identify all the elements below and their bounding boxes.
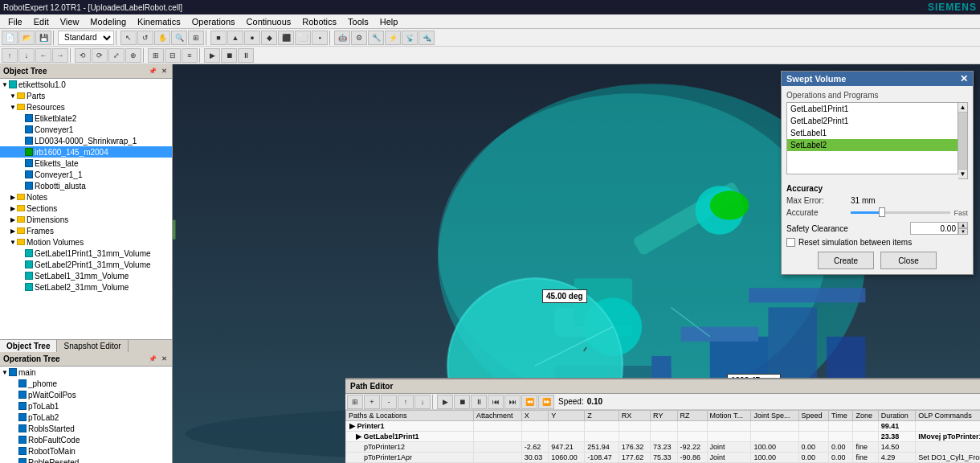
menu-tools[interactable]: Tools bbox=[343, 16, 374, 27]
tb-btn4[interactable]: ◆ bbox=[261, 31, 277, 45]
close-panel-icon[interactable]: ✕ bbox=[160, 67, 169, 76]
sv-close-btn[interactable]: Close bbox=[880, 252, 937, 269]
tb-new[interactable]: 📄 bbox=[2, 31, 18, 45]
operation-tree-content[interactable]: ▼ main _phome pWaitCoilPos pToLab1 bbox=[0, 367, 172, 463]
menu-modeling[interactable]: Modeling bbox=[85, 16, 131, 27]
tb2-btn4[interactable]: → bbox=[52, 48, 68, 63]
menu-file[interactable]: File bbox=[3, 16, 27, 27]
sv-spin-up[interactable]: ▲ bbox=[958, 222, 968, 228]
sv-spin-down[interactable]: ▼ bbox=[958, 228, 968, 235]
expand-icon-resources[interactable]: ▼ bbox=[10, 104, 16, 110]
tree-item-root[interactable]: ▼ etikettsolu1.0 bbox=[0, 79, 172, 90]
tree-item-dims[interactable]: ▶ Dimensions bbox=[0, 214, 172, 225]
menu-view[interactable]: View bbox=[55, 16, 84, 27]
path-editor-table-wrapper[interactable]: Paths & Locations Attachment X Y Z RX RY… bbox=[345, 410, 980, 463]
expand-mv1[interactable] bbox=[18, 250, 24, 256]
tb-open[interactable]: 📂 bbox=[18, 31, 35, 45]
expand-mv3[interactable] bbox=[18, 272, 24, 279]
op-item-phome[interactable]: _phome bbox=[0, 378, 172, 389]
tab-object-tree[interactable]: Object Tree bbox=[0, 340, 57, 352]
expand-icon-sections[interactable]: ▶ bbox=[10, 205, 16, 211]
tb2-btn6[interactable]: ⟳ bbox=[92, 48, 108, 63]
table-row-papr[interactable]: pToPrinter1Apr 30.03 1060.00 -108.47 177… bbox=[346, 453, 981, 463]
sv-accuracy-slider[interactable] bbox=[851, 211, 950, 214]
tb-btn7[interactable]: ▪ bbox=[312, 31, 328, 45]
sv-create-button[interactable]: Create bbox=[818, 252, 874, 269]
tb2-btn10[interactable]: ⊟ bbox=[165, 48, 181, 63]
op-close-icon[interactable]: ✕ bbox=[160, 354, 169, 363]
tb-robot6[interactable]: 🔩 bbox=[419, 31, 435, 45]
op-item-pwait[interactable]: pWaitCoilPos bbox=[0, 389, 172, 400]
table-row-p12[interactable]: pToPrinter12 -2.62 947.21 251.94 176.32 … bbox=[346, 442, 981, 453]
object-tree-content[interactable]: ▼ etikettsolu1.0 ▼ Parts ▼ Resources Eti… bbox=[0, 79, 172, 339]
tb2-btn1[interactable]: ↑ bbox=[2, 48, 18, 63]
expand-icon-parts[interactable]: ▼ bbox=[10, 92, 16, 99]
pe-tb4[interactable]: ↑ bbox=[398, 395, 414, 409]
tb-btn3[interactable]: ● bbox=[244, 31, 260, 45]
tb2-btn7[interactable]: ⤢ bbox=[108, 48, 125, 63]
op-item-lab2[interactable]: pToLab2 bbox=[0, 412, 172, 423]
expand-icon[interactable]: ▼ bbox=[2, 81, 8, 88]
pe-play[interactable]: ▶ bbox=[437, 395, 453, 409]
sv-title-bar[interactable]: Swept Volume ✕ bbox=[782, 72, 973, 86]
op-item-fault[interactable]: RobFaultCode bbox=[0, 434, 172, 445]
expand-icon-notes[interactable]: ▶ bbox=[10, 194, 16, 200]
op-item-main[interactable]: ▼ main bbox=[0, 367, 172, 378]
op-item-tomain[interactable]: RobotToMain bbox=[0, 445, 172, 457]
sv-item-3[interactable]: SetLabel2 bbox=[787, 139, 958, 151]
expand-icon-robotti[interactable] bbox=[18, 182, 24, 189]
menu-continuous[interactable]: Continuous bbox=[242, 16, 296, 27]
pe-stepback[interactable]: ⏪ bbox=[521, 395, 537, 409]
tb-standard-dropdown[interactable]: Standard bbox=[58, 31, 114, 45]
pe-tb2[interactable]: + bbox=[364, 395, 380, 409]
sv-scroll-down[interactable]: ▼ bbox=[958, 169, 967, 178]
viewport[interactable]: 45.00 deg 1202.47 mm 355.49 mm Swept Vol… bbox=[173, 64, 980, 463]
tree-item-notes[interactable]: ▶ Notes bbox=[0, 191, 172, 203]
menu-help[interactable]: Help bbox=[375, 16, 403, 27]
tree-item-parts[interactable]: ▼ Parts bbox=[0, 90, 172, 101]
tb2-btn12[interactable]: ▶ bbox=[204, 48, 220, 63]
tb-robot3[interactable]: 🔧 bbox=[368, 31, 384, 45]
sv-item-1[interactable]: GetLabel2Print1 bbox=[787, 115, 958, 127]
expand-icon-dims[interactable]: ▶ bbox=[10, 216, 16, 223]
tb2-btn14[interactable]: ⏸ bbox=[238, 48, 254, 63]
tb-robot1[interactable]: 🤖 bbox=[334, 31, 350, 45]
sv-slider-thumb[interactable] bbox=[879, 207, 885, 217]
tb2-btn11[interactable]: ≡ bbox=[182, 48, 198, 63]
pe-tb5[interactable]: ↓ bbox=[414, 395, 431, 409]
expand-mv2[interactable] bbox=[18, 261, 24, 268]
tree-item-ld[interactable]: LD0034-0000_Shrinkwrap_1 bbox=[0, 135, 172, 146]
expand-icon-ld[interactable] bbox=[18, 137, 24, 144]
tree-item-mv2[interactable]: GetLabel2Print1_31mm_Volume bbox=[0, 259, 172, 270]
tb-pan[interactable]: ✋ bbox=[154, 31, 170, 45]
table-row-printer1[interactable]: ▶ Printer1 bbox=[346, 421, 981, 432]
sv-item-2[interactable]: SetLabel1 bbox=[787, 127, 958, 139]
tb2-btn2[interactable]: ↓ bbox=[18, 48, 35, 63]
tb-rotate[interactable]: ↺ bbox=[137, 31, 153, 45]
expand-icon-etiket[interactable] bbox=[18, 115, 24, 121]
pe-next[interactable]: ⏭ bbox=[504, 395, 521, 409]
pe-tb3[interactable]: - bbox=[381, 395, 397, 409]
tree-item-etiket[interactable]: Etiketblate2 bbox=[0, 113, 172, 124]
op-item-reseted[interactable]: RobleReseted bbox=[0, 457, 172, 463]
tb-btn1[interactable]: ■ bbox=[210, 31, 227, 45]
sv-item-0[interactable]: GetLabel1Print1 bbox=[787, 103, 958, 115]
pe-stop[interactable]: ⏹ bbox=[454, 395, 470, 409]
tree-item-motionvol[interactable]: ▼ Motion Volumes bbox=[0, 236, 172, 248]
pe-stepfwd[interactable]: ⏩ bbox=[538, 395, 554, 409]
tree-item-conv11[interactable]: Conveyer1_1 bbox=[0, 169, 172, 180]
tb2-btn9[interactable]: ⊞ bbox=[148, 48, 164, 63]
menu-robotics[interactable]: Robotics bbox=[297, 16, 341, 27]
expand-icon-conv1[interactable] bbox=[18, 126, 24, 133]
tb-save[interactable]: 💾 bbox=[35, 31, 51, 45]
pe-prev[interactable]: ⏮ bbox=[488, 395, 504, 409]
tree-item-mv4[interactable]: SetLabel2_31mm_Volume bbox=[0, 281, 172, 293]
expand-icon-frames[interactable]: ▶ bbox=[10, 227, 16, 234]
tb-robot2[interactable]: ⚙ bbox=[351, 31, 367, 45]
pin-icon[interactable]: 📌 bbox=[147, 67, 158, 76]
tree-item-conv1[interactable]: Conveyer1 bbox=[0, 124, 172, 135]
expand-icon-conv11[interactable] bbox=[18, 171, 24, 178]
op-item-started[interactable]: RoblsStarted bbox=[0, 423, 172, 434]
op-pin-icon[interactable]: 📌 bbox=[147, 354, 158, 363]
tb-robot4[interactable]: ⚡ bbox=[385, 31, 401, 45]
